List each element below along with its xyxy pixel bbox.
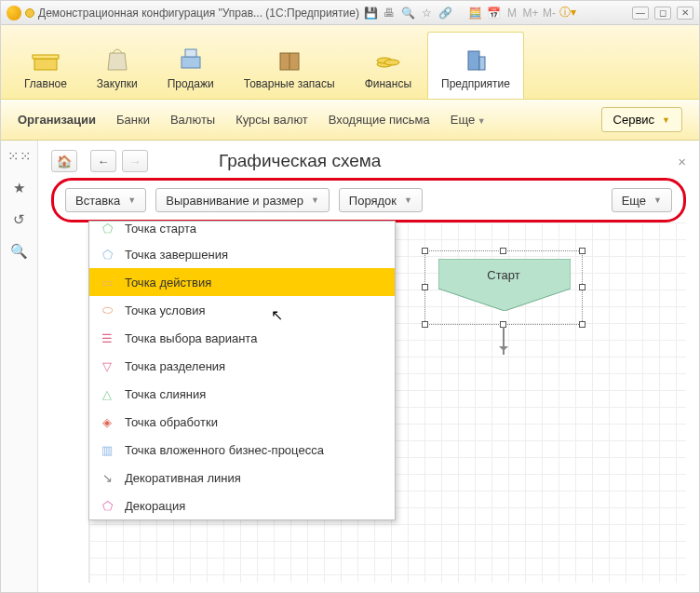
more-button[interactable]: Еще▼ [612, 188, 672, 212]
svg-rect-0 [34, 59, 57, 70]
tile-enterprise[interactable]: Предприятие [427, 32, 524, 99]
tile-main[interactable]: Главное [10, 32, 81, 99]
m-icon[interactable]: M [505, 6, 519, 20]
preview-icon[interactable]: 🔍 [400, 6, 415, 20]
nav-banks[interactable]: Банки [116, 113, 150, 127]
resize-handle[interactable] [579, 284, 586, 290]
nav-rates[interactable]: Курсы валют [236, 113, 308, 127]
service-label: Сервис [613, 113, 655, 127]
resize-handle[interactable] [422, 284, 428, 290]
left-rail: ⁙⁙ ★ ↺ 🔍 [1, 141, 38, 592]
close-page-button[interactable]: × [678, 154, 686, 169]
forward-button: → [122, 150, 148, 172]
ellipse-icon: ⬭ [101, 303, 114, 317]
chevron-down-icon: ▼ [404, 195, 412, 205]
menu-item-choice-point[interactable]: ☰ Точка выбора варианта [89, 324, 395, 352]
nav-organizations[interactable]: Организации [18, 113, 96, 127]
order-button[interactable]: Порядок▼ [339, 188, 423, 212]
calendar-icon[interactable]: 📅 [486, 6, 501, 20]
svg-point-9 [384, 60, 399, 65]
tile-finance[interactable]: Финансы [351, 32, 425, 99]
menu-item-deco-line[interactable]: ↘ Декоративная линия [89, 464, 395, 492]
tile-stock[interactable]: Товарные запасы [230, 32, 349, 99]
info-icon[interactable]: ⓘ▾ [560, 6, 575, 20]
menu-label: Точка выбора варианта [125, 331, 257, 345]
grid-icon[interactable]: ⁙⁙ [11, 148, 28, 165]
svg-rect-3 [182, 57, 200, 68]
home-button[interactable]: 🏠 [51, 150, 77, 172]
menu-label: Точка обработки [125, 415, 218, 429]
svg-rect-10 [468, 51, 479, 70]
mminus-icon[interactable]: M- [542, 6, 557, 20]
diamond-icon: ◈ [101, 415, 114, 428]
favorite-icon[interactable]: ★ [11, 180, 28, 196]
menu-label: Точка разделения [125, 359, 225, 373]
tile-label: Финансы [365, 77, 411, 90]
app-logo-icon [7, 6, 21, 20]
mplus-icon[interactable]: M+ [523, 6, 538, 20]
svg-marker-12 [438, 259, 571, 311]
line-icon: ↘ [101, 471, 114, 484]
content-header: 🏠 ← → Графическая схема × [51, 150, 686, 172]
menu-label: Точка вложенного бизнес-процесса [125, 443, 324, 457]
nav-more[interactable]: Еще [451, 113, 486, 127]
insert-button[interactable]: Вставка▼ [65, 188, 146, 212]
resize-handle[interactable] [579, 321, 586, 328]
menu-item-subprocess-point[interactable]: ▥ Точка вложенного бизнес-процесса [89, 436, 395, 464]
menu-item-processing-point[interactable]: ◈ Точка обработки [89, 408, 395, 436]
menu-label: Точка завершения [125, 248, 228, 262]
chevron-down-icon: ▼ [653, 195, 662, 205]
menu-item-merge-point[interactable]: △ Точка слияния [89, 380, 395, 408]
align-button[interactable]: Выравнивание и размер▼ [155, 188, 330, 212]
nav-currencies[interactable]: Валюты [170, 113, 215, 127]
tile-sales[interactable]: Продажи [154, 32, 228, 99]
close-button[interactable]: ✕ [677, 7, 693, 20]
back-button[interactable]: ← [90, 150, 116, 172]
tile-label: Товарные запасы [244, 77, 335, 90]
resize-handle[interactable] [579, 248, 586, 254]
menu-label: Точка условия [125, 303, 205, 317]
resize-handle[interactable] [500, 248, 506, 254]
menu-label: Точка слияния [125, 387, 206, 401]
pentagon-icon: ⬠ [101, 499, 114, 512]
start-node[interactable]: Старт [424, 250, 583, 325]
history-icon[interactable]: ↺ [11, 211, 28, 228]
chevron-down-icon: ▼ [311, 195, 319, 205]
svg-rect-1 [33, 55, 59, 59]
menu-item-end-point[interactable]: ⬠ Точка завершения [89, 240, 395, 268]
menu-label: Декоративная линия [125, 471, 241, 485]
coins-icon [373, 44, 403, 74]
tile-label: Закупки [97, 77, 138, 90]
connector-arrow-icon[interactable] [503, 327, 505, 355]
maximize-button[interactable]: ◻ [654, 7, 671, 20]
minimize-button[interactable]: — [632, 7, 649, 20]
service-button[interactable]: Сервис ▼ [601, 107, 682, 132]
menu-item-start-point[interactable]: ⬠ Точка старта [89, 222, 395, 240]
tile-label: Главное [24, 77, 67, 90]
menu-item-split-point[interactable]: ▽ Точка разделения [89, 352, 395, 380]
box-icon [275, 44, 304, 74]
menu-label: Точка старта [125, 222, 196, 236]
tile-purchases[interactable]: Закупки [83, 32, 152, 99]
building-icon [461, 44, 491, 74]
triangle-down-icon: ▽ [101, 359, 114, 372]
menu-item-condition-point[interactable]: ⬭ Точка условия [89, 296, 395, 324]
menu-item-action-point[interactable]: ▭ Точка действия [89, 268, 395, 296]
save-icon[interactable]: 💾 [363, 6, 378, 20]
insert-dropdown: ⬠ Точка старта ⬠ Точка завершения ▭ Точк… [88, 221, 396, 520]
calc-icon[interactable]: 🧮 [467, 6, 482, 20]
star-icon[interactable]: ☆ [419, 6, 434, 20]
content-area: 🏠 ← → Графическая схема × Вставка▼ Вырав… [38, 141, 699, 592]
nav-inbox[interactable]: Входящие письма [329, 113, 430, 127]
search-icon[interactable]: 🔍 [11, 243, 28, 260]
window-title: Демонстрационная конфигурация "Управ... … [38, 7, 359, 20]
resize-handle[interactable] [422, 248, 428, 254]
print-icon[interactable]: 🖶 [382, 6, 397, 20]
link-icon[interactable]: 🔗 [438, 6, 452, 20]
menu-label: Декорация [125, 499, 185, 513]
nested-rect-icon: ▥ [101, 443, 114, 456]
chevron-down-icon: ▼ [662, 115, 670, 125]
resize-handle[interactable] [422, 321, 428, 328]
menu-item-decoration[interactable]: ⬠ Декорация [89, 492, 395, 519]
home-icon [31, 44, 61, 74]
